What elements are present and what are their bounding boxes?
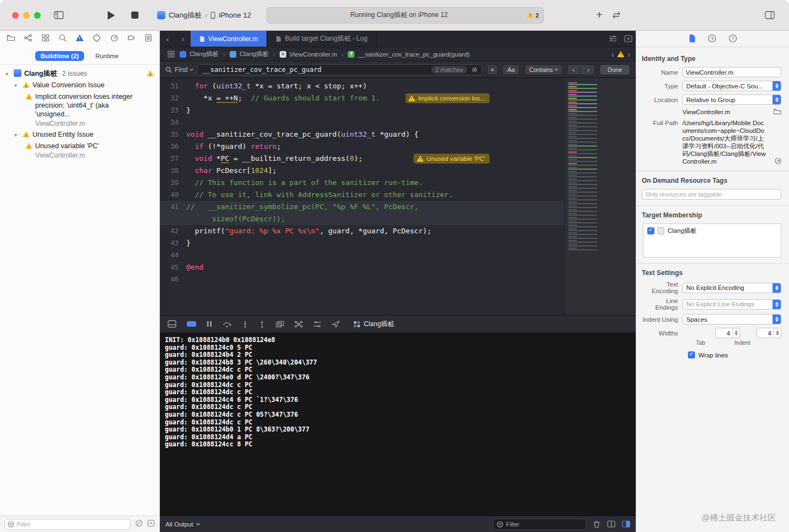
- issue-group-row[interactable]: ▾Value Conversion Issue: [0, 80, 159, 91]
- step-over-icon[interactable]: [223, 321, 231, 328]
- line-number[interactable]: 37: [160, 153, 186, 165]
- navigator-filter-field[interactable]: [4, 519, 131, 530]
- wrap-lines-row[interactable]: Wrap lines: [688, 351, 781, 359]
- code-line[interactable]: 40 // To use it, link with AddressSaniti…: [160, 189, 564, 201]
- code-line[interactable]: 45@end: [160, 261, 564, 273]
- related-items-icon[interactable]: [165, 51, 176, 58]
- toggle-inspector-icon[interactable]: [765, 11, 775, 19]
- wrap-lines-checkbox[interactable]: [688, 351, 695, 359]
- issue-row[interactable]: Implicit conversion loses integer precis…: [0, 91, 159, 129]
- navigator-filter-input[interactable]: [16, 521, 127, 528]
- project-navigator-icon[interactable]: [7, 33, 15, 44]
- editor-tab[interactable]: Build target Clang插桩 - Log: [267, 31, 376, 47]
- activity-warning-badge[interactable]: 2: [527, 12, 539, 19]
- code-line[interactable]: 38 char PcDescr[1024];: [160, 165, 564, 177]
- tab-runtime[interactable]: Runtime: [90, 51, 124, 61]
- issue-root-row[interactable]: ▾Clang插桩2 issues: [0, 68, 159, 80]
- find-next-button[interactable]: ›: [582, 66, 594, 73]
- help-inspector-icon[interactable]: ?: [729, 34, 737, 44]
- environment-overrides-icon[interactable]: [313, 321, 321, 328]
- debug-view-hierarchy-icon[interactable]: [276, 321, 284, 328]
- forward-icon[interactable]: ›: [175, 31, 191, 47]
- disclosure-icon[interactable]: ▾: [5, 70, 11, 79]
- memory-graph-icon[interactable]: [295, 321, 303, 328]
- all-output-selector[interactable]: All Output: [165, 521, 199, 528]
- editor-options-icon[interactable]: [605, 31, 620, 47]
- code-line[interactable]: 31 for (uint32_t *x = start; x < stop; x…: [160, 80, 564, 92]
- source-control-navigator-icon[interactable]: [24, 33, 32, 44]
- open-path-arrow-icon[interactable]: [775, 158, 781, 165]
- code-line[interactable]: 36 if (!*guard) return;: [160, 141, 564, 153]
- type-dropdown[interactable]: Default - Objective-C Sou...: [682, 81, 781, 91]
- odr-tags-field[interactable]: [642, 189, 781, 200]
- line-endings-dropdown[interactable]: No Explicit Line Endings: [682, 299, 781, 310]
- toggle-variables-view-icon[interactable]: [607, 520, 615, 528]
- line-number[interactable]: 36: [160, 141, 186, 153]
- clear-console-icon[interactable]: [593, 520, 601, 528]
- report-navigator-icon[interactable]: [144, 33, 153, 44]
- code-line[interactable]: 41// __sanitizer_symbolize_pc(PC, "%p %F…: [160, 201, 564, 213]
- previous-issue-icon[interactable]: ‹: [612, 50, 614, 59]
- line-number[interactable]: 31: [160, 80, 186, 92]
- match-mode-dropdown[interactable]: Contains: [524, 64, 563, 75]
- show-recent-only-icon[interactable]: [147, 519, 155, 529]
- next-issue-icon[interactable]: ›: [627, 50, 630, 59]
- issue-navigator-icon[interactable]: [75, 33, 84, 44]
- name-field[interactable]: [682, 67, 781, 77]
- file-inspector-icon[interactable]: [688, 34, 696, 44]
- find-previous-button[interactable]: ‹: [568, 66, 580, 73]
- step-into-icon[interactable]: [242, 321, 248, 328]
- line-number[interactable]: 39: [160, 177, 186, 189]
- breakpoints-toggle-icon[interactable]: [187, 321, 196, 327]
- code-editor[interactable]: 31 for (uint32_t *x = start; x < stop; x…: [160, 78, 636, 315]
- tab-width-stepper[interactable]: 4: [715, 328, 740, 338]
- scheme-selector[interactable]: Clang插桩 › iPhone 12: [157, 10, 251, 20]
- find-input-field[interactable]: __sanitizer_cov_trace_pc_guard 2 matches…: [197, 64, 482, 75]
- done-button[interactable]: Done: [599, 64, 630, 75]
- line-number[interactable]: 46: [160, 273, 186, 285]
- debug-navigator-icon[interactable]: [110, 33, 119, 44]
- stop-button[interactable]: [131, 12, 138, 19]
- line-number[interactable]: 43: [160, 237, 186, 249]
- code-line[interactable]: sizeof(PcDescr));: [160, 213, 564, 225]
- breadcrumb-item[interactable]: Clang插桩: [190, 50, 219, 58]
- folder-icon[interactable]: [774, 108, 781, 116]
- target-membership-row[interactable]: Clang插桩: [647, 227, 777, 235]
- line-number[interactable]: 33: [160, 104, 186, 116]
- toggle-console-pane-icon[interactable]: [622, 520, 630, 528]
- code-line[interactable]: 32 *x = ++N; // Guards should start from…: [160, 92, 564, 104]
- activity-viewer[interactable]: Running Clang插桩 on iPhone 12 2: [266, 7, 544, 24]
- breadcrumb-item[interactable]: ViewController.m: [290, 51, 337, 58]
- line-number[interactable]: 40: [160, 189, 186, 201]
- code-line[interactable]: 34: [160, 116, 564, 128]
- test-navigator-icon[interactable]: [92, 33, 101, 44]
- code-line[interactable]: 43}: [160, 237, 564, 249]
- back-icon[interactable]: ‹: [160, 31, 175, 47]
- code-line[interactable]: 33}: [160, 104, 564, 116]
- show-errors-only-icon[interactable]: [135, 519, 143, 529]
- line-number[interactable]: 34: [160, 116, 186, 128]
- line-number[interactable]: 44: [160, 249, 186, 261]
- line-number[interactable]: 42: [160, 225, 186, 237]
- issue-group-row[interactable]: ▾Unused Entity Issue: [0, 129, 159, 141]
- toggle-navigator-icon[interactable]: [54, 11, 64, 19]
- issue-row[interactable]: Unused variable 'PC'ViewController.m: [0, 141, 159, 161]
- breakpoint-navigator-icon[interactable]: [127, 33, 136, 44]
- line-number[interactable]: 38: [160, 165, 186, 177]
- clear-search-icon[interactable]: ⊗: [471, 65, 477, 74]
- target-checkbox[interactable]: [647, 227, 654, 234]
- code-line[interactable]: 42 printf("guard: %p %x PC %s\n", guard,…: [160, 225, 564, 237]
- console-filter-field[interactable]: [493, 519, 586, 530]
- device-name[interactable]: iPhone 12: [219, 11, 251, 19]
- code-line[interactable]: 37 void *PC = __builtin_return_address(0…: [160, 153, 564, 165]
- tab-buildtime[interactable]: Buildtime (2): [35, 51, 85, 61]
- line-number[interactable]: 41: [160, 201, 186, 213]
- code-line[interactable]: 39 // This function is a part of the san…: [160, 177, 564, 189]
- console-output[interactable]: INIT: 0x1088124b0 0x1088124e8guard: 0x10…: [160, 333, 636, 516]
- editor-swap-icon[interactable]: [612, 12, 621, 19]
- simulate-location-icon[interactable]: [332, 321, 340, 328]
- find-query[interactable]: __sanitizer_cov_trace_pc_guard: [202, 66, 427, 74]
- console-filter-input[interactable]: [506, 521, 582, 528]
- breadcrumb-item[interactable]: __sanitizer_cov_trace_pc_guard(guard): [358, 51, 469, 58]
- line-number[interactable]: [160, 213, 186, 225]
